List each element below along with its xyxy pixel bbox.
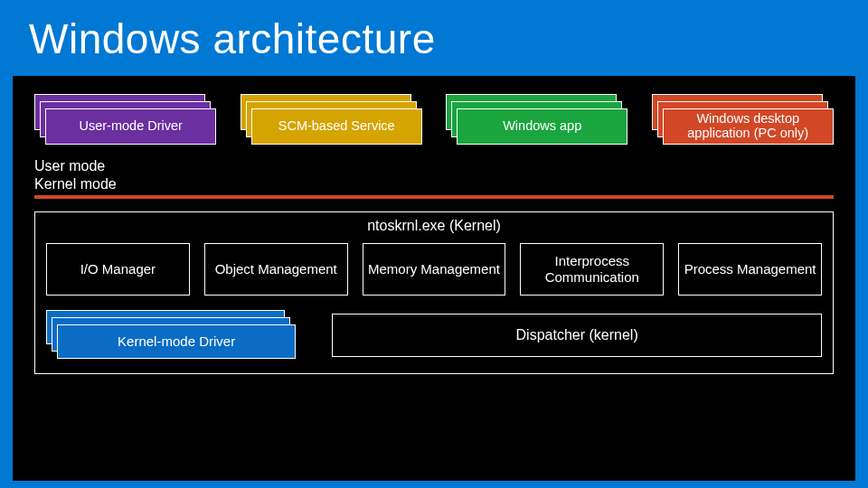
process-management-box: Process Management: [678, 243, 822, 296]
desktop-app-card: Windows desktop application (PC only): [663, 108, 834, 145]
windows-app-card: Windows app: [457, 108, 627, 145]
page-title: Windows architecture: [0, 0, 868, 76]
kernel-mode-label: Kernel mode: [34, 175, 834, 193]
mode-labels: User mode Kernel mode: [34, 157, 834, 193]
user-kernel-divider: [34, 195, 834, 199]
scm-service-stack: SCM-based Service: [241, 94, 423, 145]
kernel-mode-driver-stack: Kernel-mode Driver: [46, 310, 317, 361]
kernel-mode-driver-card: Kernel-mode Driver: [57, 324, 296, 359]
ntoskrnl-heading: ntoskrnl.exe (Kernel): [46, 218, 822, 234]
user-mode-driver-stack: User-mode Driver: [34, 94, 217, 145]
memory-management-box: Memory Management: [363, 243, 506, 296]
ntoskrnl-box: ntoskrnl.exe (Kernel) I/O Manager Object…: [34, 211, 834, 374]
user-mode-row: User-mode Driver SCM-based Service Windo…: [34, 94, 834, 145]
user-mode-label: User mode: [34, 157, 834, 175]
object-management-box: Object Management: [204, 243, 348, 296]
diagram-canvas: User-mode Driver SCM-based Service Windo…: [13, 76, 855, 481]
desktop-app-stack: Windows desktop application (PC only): [652, 94, 835, 145]
ipc-box: Interprocess Communication: [520, 243, 664, 296]
kernel-bottom-row: Kernel-mode Driver Dispatcher (kernel): [46, 310, 822, 361]
io-manager-box: I/O Manager: [46, 243, 190, 296]
user-mode-driver-card: User-mode Driver: [45, 108, 216, 145]
dispatcher-box: Dispatcher (kernel): [332, 314, 822, 357]
windows-app-stack: Windows app: [446, 94, 628, 145]
kernel-subsystems-row: I/O Manager Object Management Memory Man…: [46, 243, 822, 296]
scm-service-card: SCM-based Service: [251, 108, 422, 145]
